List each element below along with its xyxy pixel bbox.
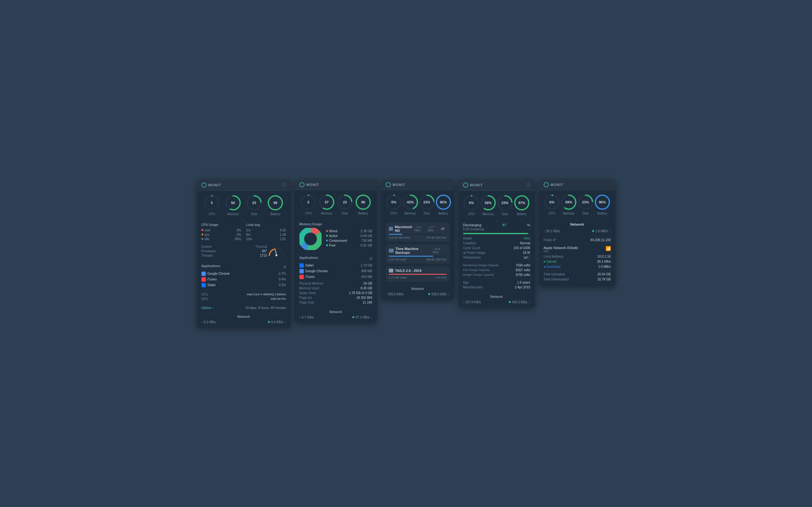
chrome-icon-1: ● (201, 272, 206, 276)
bat-power: 18 W (523, 251, 530, 255)
monit-icon-3 (386, 182, 391, 187)
net5-upload: 39.1 KB/s (597, 260, 611, 263)
memory-pie (299, 228, 322, 250)
cpu-idle-label: idle (205, 237, 210, 241)
gauge-memory-1: 56 Memory (225, 194, 241, 216)
card-memory: MONIT 5 CPU (295, 180, 377, 323)
gauge-memory-label-1: Memory (227, 212, 239, 216)
net5-download: 1.0 MB/s (598, 265, 611, 268)
active-value: 6.09 GB (361, 234, 372, 238)
g3-mem-val: 43% (407, 200, 414, 204)
gauges-row-5: 6% CPU 59% Memory (544, 194, 611, 215)
cpu-idle-value: 95% (235, 237, 241, 241)
chrome-value-1: 2.7% (279, 272, 286, 275)
chrome-name-1: Google Chrome (207, 272, 230, 275)
bat-manufactured: 2 Apr 2015 (515, 285, 530, 289)
disk-free-1: 379.83 GB Free (426, 236, 446, 239)
compressed-value: 736 MB (361, 239, 372, 242)
net-download-4: 425.3 KB/s (512, 300, 527, 304)
g2-bat-val: 98 (361, 200, 365, 204)
disk-name-3: TAILS 2.6 - 2016 (395, 269, 422, 273)
terminal-icon-2[interactable]: ⊞ (369, 257, 372, 261)
safari-icon-1: ◎ (201, 283, 206, 287)
card-header-3: MONIT (381, 180, 454, 190)
disk-used-1: 119.23 GB Used (389, 236, 410, 239)
gauge-battery-1: 99 Battery (267, 194, 284, 216)
gauges-row-1: 5 CPU 56 Memory (201, 194, 286, 216)
card-system: MONIT ⓘ 5 CPU (197, 180, 291, 328)
itunes-value-1: 0.4% (279, 278, 286, 281)
memory-usage-title: Memory Usage (299, 222, 372, 226)
uptime-value: 18 days, 8 hours, 48 minutes (245, 306, 286, 309)
gauges-row-4: 5% CPU 59% Memory (463, 194, 530, 216)
thermal-label: Thermal (255, 245, 267, 248)
disk-free-3: 0 B Free (436, 276, 447, 279)
card-title-1: MONIT (208, 183, 221, 187)
bat-condition: Normal (520, 241, 530, 245)
g2-cpu-val: 5 (307, 200, 309, 204)
network-title-3: Network (386, 287, 450, 291)
info-icon-4[interactable]: ⓘ (526, 182, 530, 188)
card-header-5: MONIT (539, 180, 615, 190)
net5-speed-up: 39.1 KB/s (546, 229, 560, 233)
net-upload-3: 935.5 KB/s (388, 292, 403, 296)
bat-remaining: 6:09 remaining (463, 228, 530, 231)
active-label: Active (329, 234, 338, 238)
disk-macintosh: Macintosh HD ↑ 27.2 KB/s ↓ 4.7 KB/s 35° … (386, 222, 450, 242)
gauge-disk-value-1: 23 (252, 201, 256, 205)
gauge-battery-label-1: Battery (270, 212, 281, 216)
disk-hd-icon-1 (389, 227, 393, 231)
svg-point-9 (275, 255, 277, 257)
compressed-label: Compressed (329, 239, 347, 242)
wired-label: Wired (329, 229, 338, 233)
monit-icon-4 (463, 182, 468, 187)
bat-cycle: 103 of 1000 (513, 246, 530, 250)
bat-percent: 97 (502, 223, 506, 227)
net5-iface-sub: en0 (544, 250, 578, 253)
g3-disk-val: 23% (423, 200, 430, 204)
gauge-cpu-value-1: 5 (211, 201, 213, 205)
card-network: MONIT 6% CPU (539, 180, 615, 286)
threads-value: 1710 (260, 254, 267, 257)
card-battery: MONIT ⓘ 5% CPU (459, 180, 535, 308)
cpu-sys-value: 2% (237, 233, 241, 236)
chrome-name-2: Google Chrome (305, 269, 328, 273)
net-upload-4: 237.6 KB/s (465, 300, 481, 304)
safari-value-2: 1.79 GB (361, 264, 372, 267)
net-upload-1: 0.2 KB/s (204, 320, 216, 324)
gauge-disk-label-1: Disk (251, 212, 257, 216)
itunes-icon-1: ♪ (201, 277, 206, 282)
net5-iface-name: Apple Network 834afd (544, 246, 578, 250)
card-header-2: MONIT (295, 180, 377, 190)
cpu-user-label: user (205, 228, 211, 232)
card-title-2: MONIT (306, 183, 319, 187)
card-header-1: MONIT ⓘ (197, 180, 291, 191)
disk-temp-1: 35° (440, 227, 447, 231)
disk-name-1: Macintosh HD (395, 225, 414, 233)
wifi-icon: 📶 (606, 246, 611, 251)
bat-status: Discharging (463, 223, 481, 227)
itunes-name-1: iTunes (207, 278, 217, 281)
monit-icon-1 (201, 182, 206, 187)
net5-total-up: 20.04 GB (597, 273, 611, 276)
safari-value-1: 0.3% (279, 283, 286, 287)
monit-icon-2 (299, 182, 305, 187)
safari-icon-2: ◎ (299, 263, 304, 268)
processes-value: 387 (262, 249, 267, 253)
wired-value: 2.36 GB (361, 229, 372, 233)
system-label: System (201, 245, 212, 248)
bat-design-cap: 8755 mAh (516, 273, 530, 277)
gauge-battery-value-1: 99 (273, 201, 277, 205)
free-label: Free (329, 244, 336, 247)
network-title-4: Network (463, 295, 530, 298)
gauges-row-2: 5 CPU 57 Memory (299, 194, 372, 215)
uptime-link[interactable]: Uptime › (201, 306, 213, 309)
disk-used-3: 1.17 GB Used (389, 276, 407, 279)
net-download-3: 328.5 KB/s (432, 292, 447, 296)
disk-speed-up-1: ↑ 27.2 KB/s (414, 226, 426, 232)
thermal-gauge (268, 246, 285, 257)
hw-gpu-value: Intel Iris Pro (270, 297, 286, 301)
info-icon-1[interactable]: ⓘ (282, 182, 286, 188)
net-download-1: 0.4 KB/s (271, 320, 283, 324)
terminal-icon-1[interactable]: ⊞ (283, 265, 286, 269)
